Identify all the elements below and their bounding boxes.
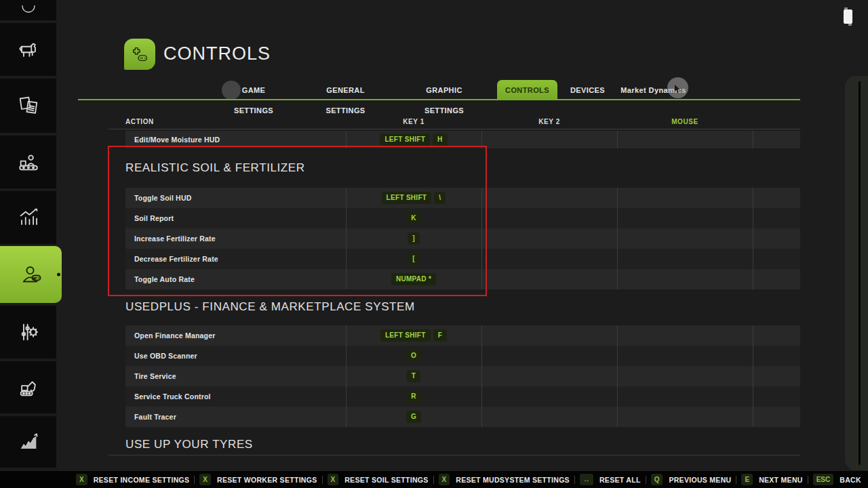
footer-separator xyxy=(574,476,575,484)
active-indicator-dot xyxy=(57,273,60,277)
action-label: Fault Tracer xyxy=(125,413,346,421)
footer-separator xyxy=(808,476,808,484)
key-hint-chip: ↔ xyxy=(580,474,593,485)
sidebar-item-contracts[interactable] xyxy=(0,79,56,133)
scrollbar[interactable] xyxy=(845,76,868,470)
section-title-usedplus: USEDPLUS - FINANCE & MARKETPLACE SYSTEM xyxy=(125,300,415,314)
key-hint-chip: X xyxy=(199,474,211,485)
sidebar-item-player-controls[interactable] xyxy=(0,246,62,303)
cow-icon xyxy=(17,38,40,61)
controls-header-icon xyxy=(124,39,155,70)
table-row[interactable]: Service Truck Control R xyxy=(125,386,800,407)
key1-cell[interactable]: T xyxy=(346,370,481,382)
column-header-key2: KEY 2 xyxy=(481,118,617,125)
battery-icon xyxy=(844,9,852,24)
key1-cell[interactable]: G xyxy=(346,411,481,423)
section-title-use-up-tyres: USE UP YOUR TYRES xyxy=(125,438,253,451)
footer-separator xyxy=(646,476,646,484)
footer-label: RESET INCOME SETTINGS xyxy=(94,476,190,484)
sidebar-item-production[interactable] xyxy=(0,136,56,188)
table-row[interactable]: Tire Service T xyxy=(125,366,800,386)
mouse-cursor xyxy=(667,77,688,98)
table-row[interactable]: Use OBD Scanner O xyxy=(125,346,800,366)
key-binding-chip[interactable]: G xyxy=(406,411,421,423)
clock-icon xyxy=(20,5,37,15)
key-binding-chip[interactable]: O xyxy=(406,350,421,362)
key1-cell[interactable]: R xyxy=(346,390,481,403)
tab-graphic-settings[interactable]: GRAPHIC SETTINGS xyxy=(407,80,481,100)
page-title: CONTROLS xyxy=(163,43,271,64)
key-binding-chip[interactable]: H xyxy=(433,134,448,146)
footer-separator xyxy=(736,476,736,484)
tab-devices[interactable]: DEVICES xyxy=(568,80,607,100)
controls-gamepad-icon xyxy=(130,44,150,64)
column-header-action: ACTION xyxy=(125,118,154,125)
reset-income-settings-button[interactable]: X RESET INCOME SETTINGS xyxy=(76,474,189,485)
reset-mudsystem-settings-button[interactable]: X RESET MUDSYSTEM SETTINGS xyxy=(439,474,570,485)
footer-label: RESET MUDSYSTEM SETTINGS xyxy=(456,476,570,484)
footer-separator xyxy=(322,476,323,484)
cursor-arrow-icon xyxy=(674,85,682,94)
key1-cell[interactable]: LEFT SHIFT H xyxy=(346,134,481,146)
sidebar-item-finances[interactable] xyxy=(0,416,56,468)
highlight-rectangle xyxy=(108,146,487,296)
production-icon xyxy=(17,150,40,174)
key-hint-chip: X xyxy=(439,474,450,485)
section-divider xyxy=(108,455,800,455)
footer-hotkey-bar: X RESET INCOME SETTINGS X RESET WORKER S… xyxy=(0,471,868,488)
key-binding-chip[interactable]: F xyxy=(433,329,447,342)
key-hint-chip: X xyxy=(76,474,87,485)
reset-worker-settings-button[interactable]: X RESET WORKER SETTINGS xyxy=(199,474,317,485)
action-label: Use OBD Scanner xyxy=(125,352,346,360)
key-binding-chip[interactable]: R xyxy=(406,390,421,403)
sidebar-item-animals[interactable] xyxy=(0,23,56,76)
key1-cell[interactable]: O xyxy=(346,350,481,362)
reset-soil-settings-button[interactable]: X RESET SOIL SETTINGS xyxy=(328,474,429,485)
footer-label: NEXT MENU xyxy=(759,476,803,484)
bar-chart-icon xyxy=(17,206,40,229)
column-header-mouse: MOUSE xyxy=(617,118,753,125)
back-button[interactable]: ESC BACK xyxy=(813,474,861,485)
key-binding-chip[interactable]: LEFT SHIFT xyxy=(380,329,431,342)
key-binding-chip[interactable]: T xyxy=(407,370,420,382)
key1-cell[interactable]: LEFT SHIFT F xyxy=(346,329,481,342)
scrollbar-groove xyxy=(859,81,861,465)
footer-separator xyxy=(194,476,195,484)
click-ripple xyxy=(222,81,241,100)
action-label: Tire Service xyxy=(125,372,346,380)
footer-separator xyxy=(433,476,434,484)
binding-group: Open Finance Manager LEFT SHIFT F Use OB… xyxy=(125,325,800,427)
sidebar xyxy=(0,0,56,471)
tab-general-settings[interactable]: GENERAL SETTINGS xyxy=(307,80,384,100)
sidebar-item-time[interactable] xyxy=(0,0,56,20)
action-label: Open Finance Manager xyxy=(125,331,346,340)
action-label: Service Truck Control xyxy=(125,392,346,401)
person-gamepad-icon xyxy=(19,262,43,287)
mountain-chart-icon xyxy=(17,430,40,453)
footer-label: RESET SOIL SETTINGS xyxy=(344,476,428,484)
next-menu-button[interactable]: E NEXT MENU xyxy=(741,474,802,485)
action-label: Edit/Move Moisture HUD xyxy=(125,136,346,144)
footer-label: BACK xyxy=(840,476,861,484)
previous-menu-button[interactable]: Q PREVIOUS MENU xyxy=(651,474,732,485)
table-row[interactable]: Open Finance Manager LEFT SHIFT F xyxy=(125,325,800,346)
excavator-icon xyxy=(17,376,40,399)
key-hint-chip: E xyxy=(741,474,753,485)
sidebar-item-mod-settings[interactable] xyxy=(0,306,56,359)
footer-label: RESET WORKER SETTINGS xyxy=(217,476,317,484)
table-header-divider xyxy=(108,129,800,129)
sidebar-item-vehicles[interactable] xyxy=(0,361,56,413)
table-row[interactable]: Fault Tracer G xyxy=(125,407,800,427)
key-hint-chip: ESC xyxy=(813,474,834,485)
footer-label: PREVIOUS MENU xyxy=(669,476,731,484)
column-header-key1: KEY 1 xyxy=(346,118,481,125)
tabs-underline xyxy=(78,99,800,100)
tab-controls[interactable]: CONTROLS xyxy=(497,80,557,100)
settings-screen: CONTROLS GAME SETTINGS GENERAL SETTINGS … xyxy=(0,0,868,488)
footer-label: RESET ALL xyxy=(599,476,641,484)
sidebar-item-statistics[interactable] xyxy=(0,191,56,244)
key-hint-chip: Q xyxy=(651,474,663,485)
documents-icon xyxy=(17,94,40,117)
reset-all-button[interactable]: ↔ RESET ALL xyxy=(580,474,641,485)
key-binding-chip[interactable]: LEFT SHIFT xyxy=(380,134,430,146)
